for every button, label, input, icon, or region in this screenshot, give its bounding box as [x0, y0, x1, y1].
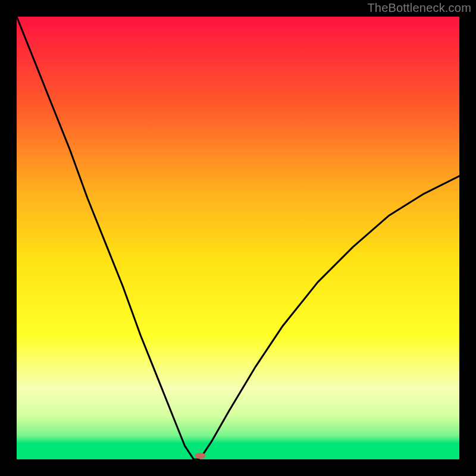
minimum-marker: [195, 453, 206, 459]
gradient-background: [17, 17, 459, 459]
plot-area: [17, 17, 459, 459]
watermark-text: TheBottleneck.com: [367, 1, 471, 15]
chart-svg: [17, 17, 459, 459]
chart-container: TheBottleneck.com: [0, 0, 476, 476]
